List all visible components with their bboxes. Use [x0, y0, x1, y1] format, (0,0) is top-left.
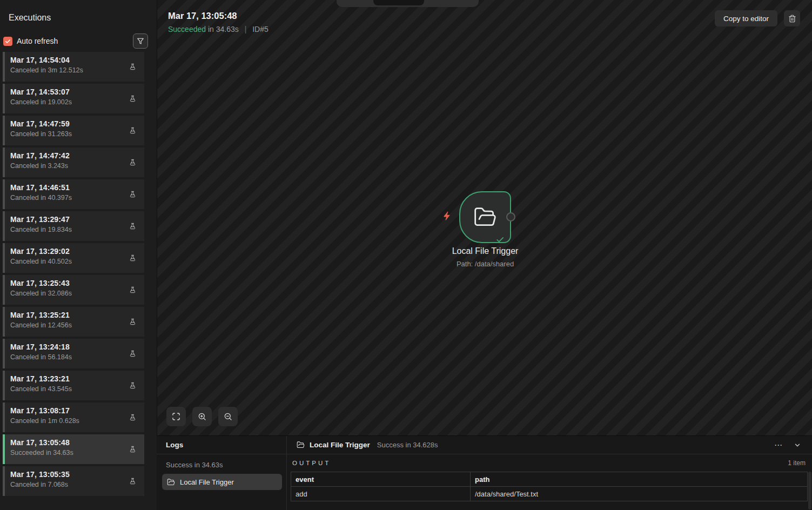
execution-status: Canceled in 19.834s: [10, 226, 144, 233]
auto-refresh-checkbox[interactable]: [3, 37, 12, 46]
zoom-in-icon: [198, 412, 206, 421]
flask-icon: [129, 286, 137, 294]
zoom-out-button[interactable]: [218, 407, 238, 426]
flask-icon: [129, 445, 137, 454]
execution-time: Mar 17, 13:29:02: [10, 247, 144, 256]
folder-open-icon: [167, 478, 175, 486]
flask-icon: [129, 158, 137, 167]
canvas-controls: [166, 407, 238, 426]
execution-time: Mar 17, 13:05:35: [10, 470, 144, 479]
folder-open-icon: [297, 441, 305, 449]
tab-evaluations[interactable]: Evaluations: [424, 0, 477, 5]
logs-panel: Logs Success in 34.63s Local File Trigge…: [157, 436, 287, 510]
view-tabs: Editor Executions Evaluations: [337, 0, 479, 7]
log-item-local-file-trigger[interactable]: Local File Trigger: [162, 474, 282, 490]
zoom-in-button[interactable]: [192, 407, 212, 426]
execution-item[interactable]: Mar 17, 13:29:02 Canceled in 40.502s: [3, 243, 144, 273]
tab-executions[interactable]: Executions: [373, 0, 424, 5]
output-table-header: event: [291, 472, 471, 487]
execution-status: Canceled in 32.086s: [10, 290, 144, 297]
flask-icon: [129, 95, 137, 103]
execution-item[interactable]: Mar 17, 14:54:04 Canceled in 3m 12.512s: [3, 52, 144, 82]
collapse-panel-button[interactable]: [790, 439, 804, 451]
executions-sidebar: Executions Auto refresh Mar 17, 14:54:04…: [0, 0, 157, 510]
execution-item[interactable]: Mar 17, 13:24:18 Canceled in 56.184s: [3, 339, 144, 368]
logs-summary: Success in 34.63s: [166, 461, 286, 469]
execution-item[interactable]: Mar 17, 14:47:42 Canceled in 3.243s: [3, 147, 144, 177]
execution-item[interactable]: Mar 17, 14:47:59 Canceled in 31.263s: [3, 116, 144, 145]
log-item-label: Local File Trigger: [180, 478, 234, 486]
scrollbar[interactable]: [808, 472, 811, 509]
separator: |: [245, 25, 247, 33]
flask-icon: [129, 126, 137, 135]
execution-status: Succeeded in 34.63s: [10, 449, 144, 457]
zoom-out-icon: [224, 412, 232, 421]
execution-status: Canceled in 3m 12.512s: [10, 66, 144, 74]
execution-item[interactable]: Mar 17, 13:05:48 Succeeded in 34.63s: [3, 434, 144, 464]
node-subtitle: Path: /data/shared: [405, 260, 565, 268]
run-id: ID#5: [252, 25, 269, 33]
execution-time: Mar 17, 13:05:48: [10, 438, 144, 447]
execution-status: Canceled in 40.502s: [10, 258, 144, 265]
node-output-port[interactable]: [506, 212, 515, 222]
execution-time: Mar 17, 13:08:17: [10, 406, 144, 415]
logs-header: Logs: [157, 436, 286, 454]
more-options-button[interactable]: ⋯: [770, 438, 787, 452]
flask-icon: [129, 63, 137, 71]
flask-icon: [129, 381, 137, 390]
output-table-row: add/data/shared/Test.txt: [291, 487, 808, 501]
zap-icon[interactable]: [442, 211, 452, 221]
execution-item[interactable]: Mar 17, 13:29:47 Canceled in 19.834s: [3, 211, 144, 241]
execution-status: Canceled in 31.263s: [10, 130, 144, 138]
execution-status: Canceled in 3.243s: [10, 162, 144, 170]
bottom-panel: Logs Success in 34.63s Local File Trigge…: [157, 435, 812, 510]
filter-button[interactable]: [133, 33, 148, 49]
execution-item[interactable]: Mar 17, 13:23:21 Canceled in 43.545s: [3, 371, 144, 400]
auto-refresh-label: Auto refresh: [17, 37, 58, 45]
execution-time: Mar 17, 14:46:51: [10, 183, 144, 192]
funnel-icon: [137, 37, 144, 45]
execution-status: Canceled in 43.545s: [10, 385, 144, 393]
flask-icon: [129, 477, 137, 486]
execution-item[interactable]: Mar 17, 14:46:51 Canceled in 40.397s: [3, 179, 144, 209]
execution-time: Mar 17, 13:25:43: [10, 279, 144, 287]
detail-node-name: Local File Trigger: [310, 441, 370, 449]
check-icon: [5, 38, 11, 44]
run-title: Mar 17, 13:05:48: [168, 11, 269, 21]
execution-status: Canceled in 19.002s: [10, 98, 144, 106]
execution-time: Mar 17, 13:23:21: [10, 374, 144, 383]
output-table: eventpath add/data/shared/Test.txt: [291, 472, 808, 501]
tab-editor[interactable]: Editor: [339, 0, 373, 5]
execution-status: Canceled in 7.068s: [10, 481, 144, 488]
fit-view-icon: [172, 412, 180, 421]
chevron-down-icon: [794, 441, 801, 449]
execution-item[interactable]: Mar 17, 13:08:17 Canceled in 1m 0.628s: [3, 402, 144, 432]
detail-node-status: Success in 34.628s: [377, 441, 438, 449]
execution-time: Mar 17, 13:25:21: [10, 311, 144, 319]
node-labels: Local File Trigger Path: /data/shared: [405, 246, 565, 268]
delete-execution-button[interactable]: [784, 10, 800, 26]
fit-view-button[interactable]: [166, 407, 186, 426]
execution-time: Mar 17, 13:24:18: [10, 343, 144, 351]
execution-time: Mar 17, 14:47:59: [10, 119, 144, 128]
flask-icon: [129, 413, 137, 422]
node-local-file-trigger[interactable]: [459, 191, 511, 243]
output-section-label: OUTPUT: [292, 460, 331, 466]
execution-time: Mar 17, 14:53:07: [10, 88, 144, 96]
execution-status: Canceled in 56.184s: [10, 353, 144, 361]
flask-icon: [129, 318, 137, 326]
execution-time: Mar 17, 14:54:04: [10, 56, 144, 64]
execution-item[interactable]: Mar 17, 13:05:35 Canceled in 7.068s: [3, 466, 144, 496]
run-status: Succeeded: [168, 25, 206, 33]
workflow-canvas[interactable]: Editor Executions Evaluations Mar 17, 13…: [157, 0, 812, 435]
flask-icon: [129, 190, 137, 199]
run-header: Mar 17, 13:05:48 Succeeded in 34.63s | I…: [168, 11, 269, 33]
execution-item[interactable]: Mar 17, 13:25:43 Canceled in 32.086s: [3, 275, 144, 305]
auto-refresh-row: Auto refresh: [3, 33, 148, 49]
execution-item[interactable]: Mar 17, 13:25:21 Canceled in 12.456s: [3, 307, 144, 337]
output-table-cell: /data/shared/Test.txt: [471, 487, 808, 501]
copy-to-editor-button[interactable]: Copy to editor: [715, 10, 777, 26]
execution-time: Mar 17, 13:29:47: [10, 215, 144, 224]
header-actions: Copy to editor: [715, 10, 800, 26]
execution-item[interactable]: Mar 17, 14:53:07 Canceled in 19.002s: [3, 84, 144, 113]
